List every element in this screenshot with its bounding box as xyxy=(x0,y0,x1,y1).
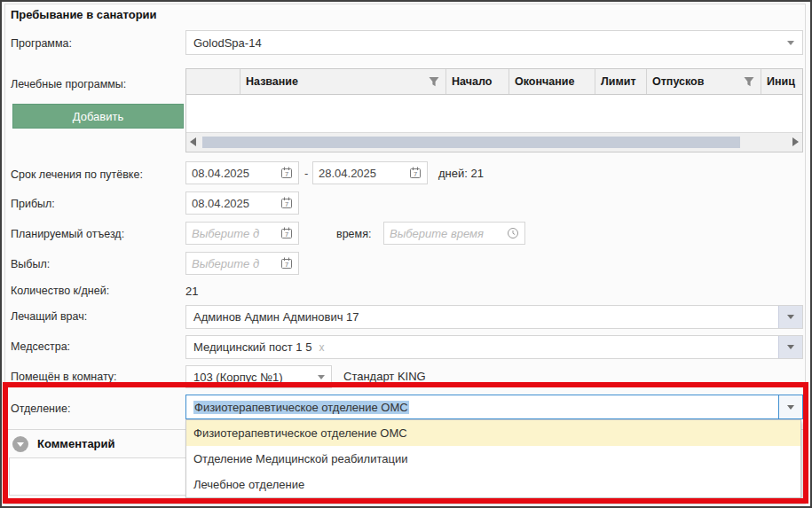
svg-text:7: 7 xyxy=(285,200,288,208)
voucher-period-label: Срок лечения по путёвке: xyxy=(11,168,143,181)
chevron-down-icon[interactable] xyxy=(318,375,325,379)
svg-text:7: 7 xyxy=(285,261,288,269)
table-header-row: Название Начало Окончание Лимит Отпусков xyxy=(186,69,802,95)
departure-time-input[interactable] xyxy=(390,227,507,240)
dropdown-option[interactable]: Отделение Медицинской реабилитации xyxy=(186,446,800,472)
room-type: Стандарт KING xyxy=(343,370,426,383)
doctor-combobox[interactable]: Админов Админ Админович 17 xyxy=(185,305,803,329)
svg-text:7: 7 xyxy=(414,170,417,178)
departed-input[interactable] xyxy=(192,257,280,270)
planned-departure-datebox: 7 xyxy=(185,222,299,245)
department-selected-text: Физиотерапевтическое отделение ОМС xyxy=(193,401,409,414)
svg-text:7: 7 xyxy=(285,231,288,238)
remove-tag-icon[interactable]: x xyxy=(319,341,324,354)
room-label: Помещён в комнату: xyxy=(11,371,117,383)
departed-label: Выбыл: xyxy=(11,258,50,270)
dropdown-option[interactable]: Физиотерапевтическое отделение ОМС xyxy=(186,420,800,446)
horizontal-scrollbar[interactable] xyxy=(186,132,802,152)
bed-days-label: Количество к/дней: xyxy=(11,285,109,297)
calendar-icon[interactable]: 7 xyxy=(280,197,293,209)
comment-title: Комментарий xyxy=(37,437,115,450)
table-header-start[interactable]: Начало xyxy=(446,69,509,94)
voucher-start-datebox: 7 xyxy=(185,161,299,184)
program-value: GolodSpa-14 xyxy=(193,36,262,50)
voucher-end-input[interactable] xyxy=(319,167,409,180)
arrived-input[interactable] xyxy=(192,197,280,210)
nurse-label: Медсестра: xyxy=(11,340,70,353)
dropdown-option[interactable]: Лечебное отделение xyxy=(186,472,800,497)
time-label: время: xyxy=(336,228,371,240)
department-dropdown-list: Физиотерапевтическое отделение ОМС Отдел… xyxy=(185,419,801,498)
department-label: Отделение: xyxy=(11,402,70,415)
date-range-separator: - xyxy=(304,167,308,180)
filter-icon[interactable] xyxy=(428,75,440,88)
days-count-inline: дней: 21 xyxy=(438,167,484,180)
chevron-down-icon[interactable] xyxy=(787,41,794,45)
scroll-left-icon[interactable] xyxy=(190,137,196,146)
arrived-datebox: 7 xyxy=(185,191,299,215)
doctor-label: Лечащий врач: xyxy=(11,310,87,323)
collapse-button[interactable] xyxy=(12,436,28,452)
departed-datebox: 7 xyxy=(185,252,299,275)
clock-icon[interactable] xyxy=(507,227,519,239)
bed-days-value: 21 xyxy=(185,285,198,298)
table-header-name[interactable]: Название xyxy=(240,69,446,94)
nurse-dropdown-button[interactable] xyxy=(778,336,802,358)
departure-timebox xyxy=(383,222,525,245)
add-button[interactable]: Добавить xyxy=(12,104,184,129)
treatment-programs-label: Лечебные программы: xyxy=(11,78,126,90)
table-header-initiator[interactable]: Иниц xyxy=(761,69,802,94)
table-header-limit[interactable]: Лимит xyxy=(595,69,647,94)
scroll-right-icon[interactable] xyxy=(792,137,799,146)
arrived-label: Прибыл: xyxy=(11,198,55,210)
scrollbar-thumb[interactable] xyxy=(202,137,740,148)
doctor-dropdown-button[interactable] xyxy=(778,306,802,328)
program-label: Программа: xyxy=(11,37,72,50)
doctor-value: Админов Админ Админович 17 xyxy=(193,310,359,324)
treatment-programs-table: Название Начало Окончание Лимит Отпусков xyxy=(185,68,803,152)
table-header-empty xyxy=(186,69,240,94)
table-header-end[interactable]: Окончание xyxy=(509,69,595,94)
planned-departure-label: Планируемый отъезд: xyxy=(11,228,124,240)
room-value: 103 (Корпус №1) xyxy=(193,371,283,384)
page-title: Пребывание в санатории xyxy=(11,8,157,21)
room-combobox[interactable]: 103 (Корпус №1) xyxy=(185,365,332,388)
department-combobox[interactable]: Физиотерапевтическое отделение ОМС xyxy=(185,395,803,419)
filter-icon[interactable] xyxy=(743,75,755,88)
program-combobox[interactable]: GolodSpa-14 xyxy=(185,30,803,55)
chevron-down-icon xyxy=(787,315,794,319)
planned-departure-input[interactable] xyxy=(192,227,280,240)
nurse-value: Медицинский пост 1 5 xyxy=(193,340,311,354)
calendar-icon[interactable]: 7 xyxy=(280,227,293,239)
chevron-down-icon xyxy=(17,442,24,447)
svg-text:7: 7 xyxy=(285,170,288,178)
calendar-icon[interactable]: 7 xyxy=(409,167,422,179)
chevron-down-icon xyxy=(787,345,794,349)
voucher-start-input[interactable] xyxy=(192,167,280,180)
table-header-vacations[interactable]: Отпусков xyxy=(647,69,761,94)
calendar-icon[interactable]: 7 xyxy=(280,167,293,179)
department-dropdown-button[interactable] xyxy=(778,395,802,418)
calendar-icon[interactable]: 7 xyxy=(280,257,293,270)
voucher-end-datebox: 7 xyxy=(312,161,428,184)
chevron-down-icon xyxy=(787,405,794,410)
nurse-combobox[interactable]: Медицинский пост 1 5 x xyxy=(185,335,803,359)
sanatorium-stay-panel: Пребывание в санатории Программа: GolodS… xyxy=(0,0,812,508)
table-empty-body xyxy=(186,95,802,132)
